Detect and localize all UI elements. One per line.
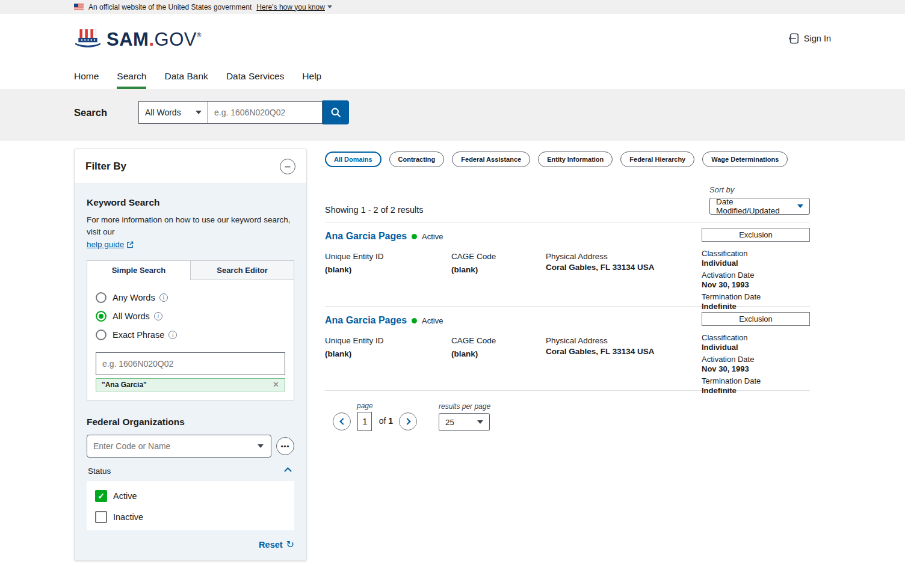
chevron-down-icon [797,204,803,208]
domain-filter-pills: All Domains Contracting Federal Assistan… [325,152,810,167]
physical-address-label: Physical Address [546,252,702,261]
radio-button-checked[interactable] [96,311,107,322]
search-section-label: Search [74,107,138,118]
search-bar-section: Search All Words [0,89,905,141]
reset-filters-button[interactable]: Reset [259,540,283,550]
nav-item-help[interactable]: Help [302,63,321,89]
exclusion-badge[interactable]: Exclusion [702,312,810,326]
sort-by-label: Sort by [709,185,734,194]
page-number-input[interactable] [357,412,372,431]
search-input[interactable] [208,101,323,124]
cage-code-value: (blank) [451,349,546,358]
checkbox-active[interactable]: ✓ Active [95,490,286,502]
active-status-dot [412,318,417,323]
radio-exact-phrase[interactable]: Exact Phrase i [96,329,285,340]
info-icon[interactable]: i [159,293,168,302]
pill-wage-determinations[interactable]: Wage Determinations [702,152,788,167]
physical-address-value: Coral Gables, FL 33134 USA [546,263,702,272]
result-title-link[interactable]: Ana Garcia Pages [325,315,407,326]
info-icon[interactable]: i [154,312,162,320]
status-text: Active [422,316,443,325]
status-checkbox-group: ✓ Active Inactive [87,481,294,530]
radio-any-words[interactable]: Any Words i [96,292,285,303]
result-title-link[interactable]: Ana Garcia Pages [325,231,407,242]
main-nav: Home Search Data Bank Data Services Help [0,63,905,89]
radio-all-words[interactable]: All Words i [96,311,285,322]
classification-value: Individual [702,343,810,352]
remove-chip-button[interactable]: ✕ [273,381,279,388]
physical-address-label: Physical Address [546,336,702,345]
check-icon: ✓ [97,492,105,500]
termination-date-value: Indefinite [702,386,810,396]
results-count-text: Showing 1 - 2 of 2 results [325,205,424,215]
result-card: Ana Garcia Pages Active Unique Entity ID… [325,307,810,391]
chevron-down-icon [477,420,483,424]
checkbox-unchecked[interactable] [95,511,107,523]
termination-date-label: Termination Date [702,292,810,302]
next-page-button[interactable] [399,412,417,430]
collapse-filters-button[interactable]: – [280,159,295,174]
physical-address-value: Coral Gables, FL 33134 USA [546,347,702,356]
uei-label: Unique Entity ID [325,336,451,345]
classification-value: Individual [702,259,810,268]
pill-all-domains[interactable]: All Domains [325,152,381,167]
sign-in-button[interactable]: Sign In [788,32,831,44]
cage-code-label: CAGE Code [451,336,546,345]
activation-date-label: Activation Date [702,355,810,364]
info-icon[interactable]: i [168,331,177,339]
chevron-down-icon[interactable] [250,435,271,457]
classification-label: Classification [702,249,810,259]
radio-button[interactable] [96,292,107,303]
status-section-toggle[interactable]: Status [87,467,294,481]
keyword-search-tabs: Simple Search Search Editor Any Words i … [87,260,294,400]
help-guide-link[interactable]: help guide [87,239,134,251]
nav-item-search[interactable]: Search [117,63,146,89]
pill-federal-hierarchy[interactable]: Federal Hierarchy [620,152,694,167]
nav-item-data-services[interactable]: Data Services [226,63,284,89]
cage-code-value: (blank) [451,265,546,274]
chevron-down-icon [196,111,202,114]
minus-icon: – [285,162,291,171]
keyword-search-heading: Keyword Search [87,197,294,208]
filter-panel: Filter By – Keyword Search For more info… [74,149,307,561]
page-of-total: of 1 [379,416,393,426]
filter-by-title: Filter By [85,161,126,173]
keyword-info-text: For more information on how to use our k… [87,214,294,251]
status-text: Active [422,232,443,241]
checkbox-checked[interactable]: ✓ [95,490,107,502]
how-you-know-link[interactable]: Here's how you know [256,3,332,11]
nav-item-data-bank[interactable]: Data Bank [164,63,208,89]
chevron-up-icon [284,467,292,475]
sort-by-select[interactable]: Date Modified/Updated [709,198,810,215]
ellipsis-icon: ••• [281,443,290,450]
uei-value: (blank) [325,265,451,274]
nav-item-home[interactable]: Home [74,63,99,89]
federal-organizations-combobox[interactable] [87,435,271,458]
tab-search-editor[interactable]: Search Editor [190,260,294,280]
more-options-button[interactable]: ••• [276,437,294,455]
uncle-sam-hat-icon [74,28,102,49]
federal-org-input[interactable] [87,441,250,451]
previous-page-button[interactable] [333,412,351,430]
keyword-input[interactable] [96,352,285,375]
pill-federal-assistance[interactable]: Federal Assistance [452,152,530,167]
chevron-right-icon [404,418,410,424]
tab-simple-search[interactable]: Simple Search [87,260,191,280]
activation-date-value: Nov 30, 1993 [702,280,810,290]
pill-contracting[interactable]: Contracting [389,152,445,167]
checkbox-inactive[interactable]: Inactive [95,511,286,523]
cage-code-label: CAGE Code [451,252,546,261]
results-per-page-label: results per page [439,402,490,411]
gov-banner: An official website of the United States… [0,0,905,14]
radio-button[interactable] [96,329,107,340]
active-status-dot [412,234,417,239]
exclusion-badge[interactable]: Exclusion [702,228,810,242]
search-mode-select[interactable]: All Words [138,101,208,124]
search-submit-button[interactable] [323,100,349,124]
results-per-page-select[interactable]: 25 [439,413,490,431]
classification-label: Classification [702,333,810,343]
samgov-logo[interactable]: SAM.GOV® [74,28,202,49]
total-pages: 1 [388,416,393,426]
search-results: All Domains Contracting Federal Assistan… [325,149,831,431]
pill-entity-information[interactable]: Entity Information [538,152,613,167]
